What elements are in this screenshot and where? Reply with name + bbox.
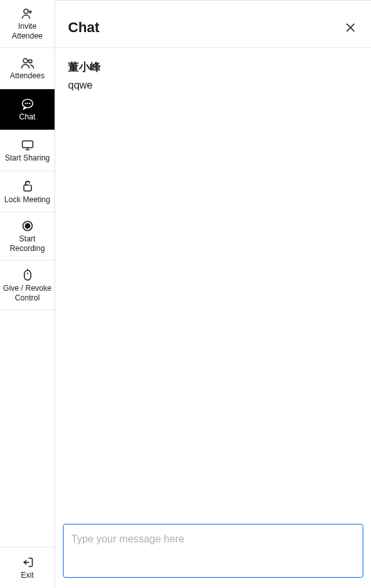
svg-rect-11 xyxy=(24,270,31,280)
sidebar-item-label: Start Sharing xyxy=(4,153,49,163)
svg-point-0 xyxy=(24,9,28,13)
chat-title: Chat xyxy=(68,19,99,36)
svg-rect-7 xyxy=(22,141,32,148)
sidebar-item-invite-attendee[interactable]: Invite Attendee xyxy=(0,0,55,48)
chat-panel: Chat 董小峰 qqwe xyxy=(55,0,371,588)
svg-point-6 xyxy=(29,103,30,104)
sidebar-item-label: Give / Revoke Control xyxy=(3,284,52,303)
sidebar-item-start-sharing[interactable]: Start Sharing xyxy=(0,130,55,171)
close-button[interactable] xyxy=(343,20,358,35)
mouse-icon xyxy=(23,268,32,281)
screen-icon xyxy=(21,139,34,151)
chat-input-area xyxy=(55,524,371,588)
chat-icon xyxy=(21,98,34,110)
svg-point-4 xyxy=(25,103,26,104)
sidebar-item-give-revoke-control[interactable]: Give / Revoke Control xyxy=(0,261,55,310)
sidebar-item-attendees[interactable]: Attendees xyxy=(0,48,55,89)
record-icon xyxy=(22,220,33,232)
svg-point-10 xyxy=(25,223,30,228)
message-sender: 董小峰 xyxy=(68,60,358,74)
sidebar-item-label: Start Recording xyxy=(3,234,52,254)
sidebar-item-label: Exit xyxy=(21,571,33,580)
message-text: qqwe xyxy=(68,78,358,92)
close-icon xyxy=(345,22,356,33)
chat-header: Chat xyxy=(55,8,371,48)
svg-rect-8 xyxy=(24,185,31,191)
sidebar-item-label: Chat xyxy=(19,112,35,122)
sidebar-item-label: Attendees xyxy=(10,71,44,81)
exit-icon xyxy=(22,557,33,568)
svg-point-2 xyxy=(28,60,31,63)
sidebar-item-lock-meeting[interactable]: Lock Meeting xyxy=(0,171,55,212)
sidebar: Invite Attendee Attendees Chat xyxy=(0,0,55,588)
top-border xyxy=(55,0,371,8)
chat-message: 董小峰 qqwe xyxy=(68,60,358,92)
sidebar-item-chat[interactable]: Chat xyxy=(0,89,55,130)
svg-point-1 xyxy=(23,58,28,63)
sidebar-item-start-recording[interactable]: Start Recording xyxy=(0,212,55,261)
sidebar-item-label: Invite Attendee xyxy=(3,22,52,41)
people-icon xyxy=(21,57,35,69)
lock-open-icon xyxy=(22,180,33,193)
chat-messages: 董小峰 qqwe xyxy=(55,48,371,524)
svg-point-5 xyxy=(27,103,28,104)
sidebar-item-label: Lock Meeting xyxy=(4,195,50,205)
chat-input[interactable] xyxy=(63,524,363,578)
person-plus-icon xyxy=(21,8,34,19)
sidebar-spacer xyxy=(0,310,55,547)
sidebar-item-exit[interactable]: Exit xyxy=(0,547,55,588)
